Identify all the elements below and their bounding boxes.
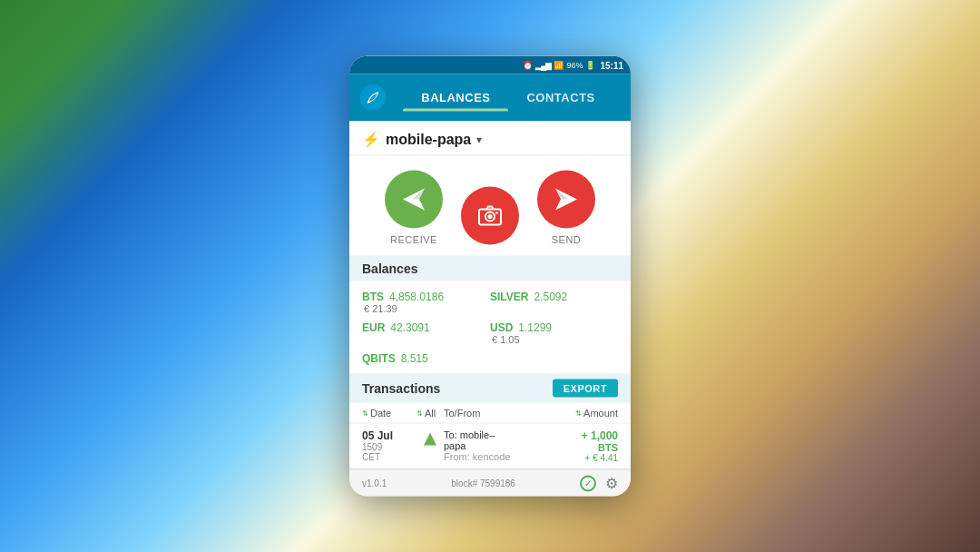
scan-button[interactable] — [461, 187, 519, 245]
tx-date-time: 1509 — [362, 442, 416, 452]
tx-amount-main: + 1,000 — [559, 429, 618, 442]
currency-sub-bts: € 21.39 — [362, 303, 490, 314]
bottom-status-bar: v1.0.1 block# 7599186 ✓ ⚙ — [349, 469, 631, 497]
status-bar: ⏰ ▂▄▆ 📶 96% 🔋 15:11 — [349, 56, 631, 74]
receive-button[interactable]: RECEIVE — [385, 171, 443, 245]
currency-code-usd: USD — [490, 321, 513, 334]
tx-amount-currency: BTS — [559, 442, 618, 453]
send-icon — [552, 185, 581, 214]
tx-tofrom: To: mobile– papa From: kencode — [444, 429, 559, 462]
send-circle — [537, 171, 595, 229]
tx-date-tz: CET — [362, 452, 416, 462]
svg-marker-9 — [424, 433, 436, 446]
status-checkmark-icon[interactable]: ✓ — [580, 475, 596, 491]
currency-amount-silver: 2.5092 — [534, 291, 567, 303]
tx-from: From: kencode — [444, 451, 559, 462]
currency-code-silver: SILVER — [490, 291, 528, 303]
table-row[interactable]: 05 Jul 1509 CET To: mobile– papa From: k… — [349, 424, 631, 469]
currency-amount-qbits: 8.515 — [401, 352, 428, 365]
currency-code-bts: BTS — [362, 291, 384, 303]
scan-circle — [461, 187, 519, 245]
action-buttons-row: RECEIVE SEND — [349, 156, 631, 256]
export-button[interactable]: EXPORT — [553, 380, 618, 398]
receive-icon — [399, 185, 428, 214]
tab-balances[interactable]: BALANCES — [403, 86, 508, 109]
alarm-icon: ⏰ — [523, 61, 533, 70]
currency-code-eur: EUR — [362, 321, 385, 334]
svg-point-5 — [488, 214, 493, 219]
col-header-tofrom: To/From — [444, 408, 559, 419]
col-header-date[interactable]: ⇅ Date — [362, 408, 416, 419]
sort-arrows-all: ⇅ — [416, 409, 423, 417]
balances-section-header: Balances — [349, 256, 631, 281]
tx-to2: papa — [444, 440, 559, 451]
wifi-icon: 📶 — [554, 61, 564, 70]
tx-type-icon — [422, 431, 438, 448]
sort-arrows-date: ⇅ — [362, 409, 368, 417]
account-name: mobile-papa — [386, 131, 471, 147]
settings-gear-icon[interactable]: ⚙ — [605, 475, 618, 492]
receive-label: RECEIVE — [390, 234, 437, 245]
send-button[interactable]: SEND — [537, 171, 595, 245]
svg-rect-6 — [495, 212, 498, 214]
tx-date-day: 05 Jul — [362, 429, 416, 442]
nav-tabs: BALANCES CONTACTS — [395, 86, 622, 109]
balance-usd[interactable]: USD 1.1299 € 1.05 — [490, 321, 618, 345]
account-header[interactable]: ⚡ mobile-papa ▾ — [349, 122, 631, 156]
top-navigation: BALANCES CONTACTS — [349, 74, 631, 122]
currency-amount-eur: 42.3091 — [390, 321, 429, 334]
dropdown-arrow-icon: ▾ — [476, 133, 482, 145]
sort-arrows-amount: ⇅ — [575, 409, 582, 417]
currency-amount-usd: 1.1299 — [518, 321, 552, 334]
currency-amount-bts: 4,858.0186 — [389, 291, 444, 303]
balances-grid: BTS 4,858.0186 € 21.39 SILVER 2.5092 EUR… — [349, 281, 631, 374]
battery-text: 96% — [566, 61, 583, 70]
signal-icon: ▂▄▆ — [535, 61, 551, 70]
app-logo — [358, 84, 387, 113]
flash-icon: ⚡ — [362, 131, 380, 148]
balance-silver[interactable]: SILVER 2.5092 — [490, 291, 618, 314]
tx-to: To: mobile– — [444, 429, 559, 440]
tx-amount: + 1,000 BTS + € 4.41 — [559, 429, 618, 463]
bottom-icons: ✓ ⚙ — [580, 475, 618, 492]
receive-circle — [385, 171, 443, 229]
tab-contacts[interactable]: CONTACTS — [508, 86, 612, 109]
tx-date: 05 Jul 1509 CET — [362, 429, 416, 462]
camera-icon — [477, 203, 503, 229]
transactions-title: Transactions — [362, 381, 440, 396]
balance-empty-cell — [490, 352, 618, 365]
transaction-column-headers: ⇅ Date ⇅ All To/From ⇅ Amount — [349, 403, 631, 424]
send-label: SEND — [552, 234, 582, 245]
col-header-all[interactable]: ⇅ All — [416, 408, 444, 419]
currency-code-qbits: QBITS — [362, 352, 396, 365]
col-header-amount[interactable]: ⇅ Amount — [559, 408, 618, 419]
status-icons: ⏰ ▂▄▆ 📶 96% 🔋 15:11 — [523, 60, 623, 70]
balance-qbits[interactable]: QBITS 8.515 — [362, 352, 490, 365]
transactions-section-header: Transactions EXPORT — [349, 374, 631, 403]
currency-sub-usd: € 1.05 — [490, 334, 618, 345]
phone-container: ⏰ ▂▄▆ 📶 96% 🔋 15:11 BALANCES CONTACTS ⚡ — [349, 56, 631, 497]
battery-icon: 🔋 — [585, 61, 595, 70]
tx-amount-fiat: + € 4.41 — [559, 453, 618, 463]
balance-eur[interactable]: EUR 42.3091 — [362, 321, 490, 345]
block-text: block# 7599186 — [451, 478, 515, 488]
tx-icon-col — [416, 429, 444, 448]
time-display: 15:11 — [600, 60, 623, 70]
version-text: v1.0.1 — [362, 478, 387, 488]
balance-bts[interactable]: BTS 4,858.0186 € 21.39 — [362, 291, 490, 314]
